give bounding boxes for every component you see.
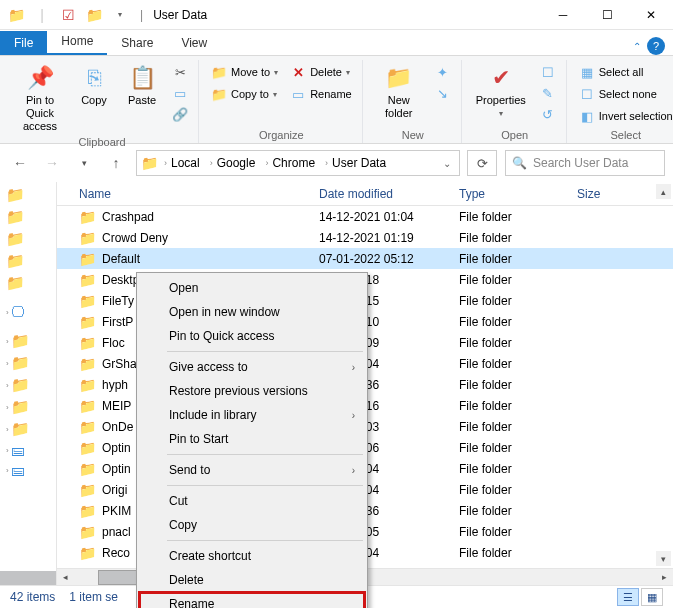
up-button[interactable]: ↑ (104, 151, 128, 175)
qat-sep: | (30, 3, 54, 27)
col-date[interactable]: Date modified (319, 187, 459, 201)
maximize-button[interactable]: ☐ (585, 0, 629, 30)
paste-button[interactable]: 📋 Paste (120, 60, 164, 107)
cut-icon[interactable]: ✂ (168, 62, 192, 82)
open-icon[interactable]: ☐ (536, 62, 560, 82)
menu-item-label: Pin to Start (169, 432, 228, 446)
move-to-button[interactable]: 📁Move to ▾ (207, 62, 282, 82)
tree-item[interactable]: ›🖵 (6, 304, 56, 320)
properties-button[interactable]: ✔ Properties ▾ (470, 60, 532, 119)
group-new: 📁 New folder ✦ ↘ New (365, 60, 462, 143)
copy-button[interactable]: ⎘ Copy (72, 60, 116, 107)
scroll-right-icon[interactable]: ▸ (656, 569, 673, 586)
tree-item[interactable]: ›📁 (6, 376, 56, 394)
history-icon[interactable]: ↺ (536, 104, 560, 124)
large-icons-view-icon[interactable]: ▦ (641, 588, 663, 606)
menu-item[interactable]: Pin to Start (139, 427, 365, 451)
folder-qat2-icon[interactable]: 📁 (82, 3, 106, 27)
menu-item[interactable]: Rename (139, 592, 365, 608)
minimize-button[interactable]: ─ (541, 0, 585, 30)
menu-item-label: Cut (169, 494, 188, 508)
tree-item[interactable]: ›📁 (6, 420, 56, 438)
tree-item[interactable]: 📁 (6, 230, 56, 248)
pin-to-quick-access-button[interactable]: 📌 Pin to Quick access (12, 60, 68, 134)
file-name: Desktp (102, 273, 139, 287)
menu-item[interactable]: Create shortcut (139, 544, 365, 568)
tree-item[interactable]: ›🖴 (6, 462, 56, 478)
column-headers[interactable]: Name Date modified Type Size (57, 182, 673, 206)
file-type: File folder (459, 336, 577, 350)
table-row[interactable]: 📁Crowd Deny14-12-2021 01:19File folder (57, 227, 673, 248)
menu-item[interactable]: Send to› (139, 458, 365, 482)
col-size[interactable]: Size (577, 187, 637, 201)
select-none-button[interactable]: ☐Select none (575, 84, 673, 104)
menu-item-label: Open (169, 281, 198, 295)
delete-button[interactable]: ✕Delete ▾ (286, 62, 356, 82)
address-dropdown-icon[interactable]: ⌄ (439, 158, 455, 169)
tree-item[interactable]: 📁 (6, 274, 56, 292)
tree-item[interactable]: 📁 (6, 252, 56, 270)
breadcrumb-chrome[interactable]: ›Chrome (261, 156, 319, 170)
tree-item[interactable]: 📁 (6, 208, 56, 226)
search-box[interactable]: 🔍 Search User Data (505, 150, 665, 176)
back-button[interactable]: ← (8, 151, 32, 175)
scroll-up-icon[interactable]: ▴ (656, 184, 671, 199)
select-all-button[interactable]: ▦Select all (575, 62, 673, 82)
help-icon[interactable]: ? (647, 37, 665, 55)
recent-dropdown-icon[interactable]: ▾ (72, 151, 96, 175)
tree-item[interactable]: ›📁 (6, 354, 56, 372)
menu-item[interactable]: Open in new window (139, 300, 365, 324)
tree-item[interactable]: 📁 (6, 186, 56, 204)
menu-item[interactable]: Restore previous versions (139, 379, 365, 403)
folder-qat-icon[interactable]: 📁 (4, 3, 28, 27)
file-type: File folder (459, 420, 577, 434)
new-folder-button[interactable]: 📁 New folder (371, 60, 427, 120)
tree-item[interactable]: ›📁 (6, 398, 56, 416)
status-selected: 1 item se (69, 590, 118, 604)
tree-item[interactable]: ›🖴 (6, 442, 56, 458)
edit-icon[interactable]: ✎ (536, 83, 560, 103)
table-row[interactable]: 📁Crashpad14-12-2021 01:04File folder (57, 206, 673, 227)
submenu-arrow-icon: › (352, 410, 355, 421)
new-item-icon[interactable]: ✦ (431, 62, 455, 82)
menu-item[interactable]: Cut (139, 489, 365, 513)
breadcrumb-local[interactable]: ›Local (160, 156, 204, 170)
forward-button[interactable]: → (40, 151, 64, 175)
qat-dropdown-icon[interactable]: ▾ (108, 3, 132, 27)
menu-item[interactable]: Pin to Quick access (139, 324, 365, 348)
tree-item[interactable]: ›📁 (6, 332, 56, 350)
easy-access-icon[interactable]: ↘ (431, 83, 455, 103)
collapse-ribbon-icon[interactable]: ⌃ (633, 41, 641, 52)
ribbon: 📌 Pin to Quick access ⎘ Copy 📋 Paste ✂ ▭… (0, 56, 673, 144)
copy-path-icon[interactable]: ▭ (168, 83, 192, 103)
table-row[interactable]: 📁Default07-01-2022 05:12File folder (57, 248, 673, 269)
copy-to-button[interactable]: 📁Copy to ▾ (207, 84, 282, 104)
tab-view[interactable]: View (167, 31, 221, 55)
folder-icon: 📁 (79, 209, 96, 225)
address-bar[interactable]: 📁 ›Local ›Google ›Chrome ›User Data ⌄ (136, 150, 460, 176)
menu-item[interactable]: Include in library› (139, 403, 365, 427)
menu-item[interactable]: Delete (139, 568, 365, 592)
scroll-down-icon[interactable]: ▾ (656, 551, 671, 566)
rename-button[interactable]: ▭Rename (286, 84, 356, 104)
breadcrumb-google[interactable]: ›Google (206, 156, 260, 170)
menu-item[interactable]: Give access to› (139, 355, 365, 379)
menu-separator (167, 454, 363, 455)
menu-item[interactable]: Copy (139, 513, 365, 537)
tab-share[interactable]: Share (107, 31, 167, 55)
invert-selection-button[interactable]: ◧Invert selection (575, 106, 673, 126)
navigation-pane[interactable]: 📁 📁 📁 📁 📁 ›🖵 ›📁 ›📁 ›📁 ›📁 ›📁 ›🖴 ›🖴 (0, 182, 57, 585)
tab-file[interactable]: File (0, 31, 47, 55)
menu-item[interactable]: Open (139, 276, 365, 300)
col-type[interactable]: Type (459, 187, 577, 201)
properties-qat-icon[interactable]: ☑ (56, 3, 80, 27)
col-name[interactable]: Name (79, 187, 319, 201)
breadcrumb-userdata[interactable]: ›User Data (321, 156, 390, 170)
close-button[interactable]: ✕ (629, 0, 673, 30)
scroll-left-icon[interactable]: ◂ (57, 569, 74, 586)
refresh-button[interactable]: ⟳ (467, 150, 497, 176)
status-item-count: 42 items (10, 590, 55, 604)
paste-shortcut-icon[interactable]: 🔗 (168, 104, 192, 124)
tab-home[interactable]: Home (47, 29, 107, 55)
details-view-icon[interactable]: ☰ (617, 588, 639, 606)
